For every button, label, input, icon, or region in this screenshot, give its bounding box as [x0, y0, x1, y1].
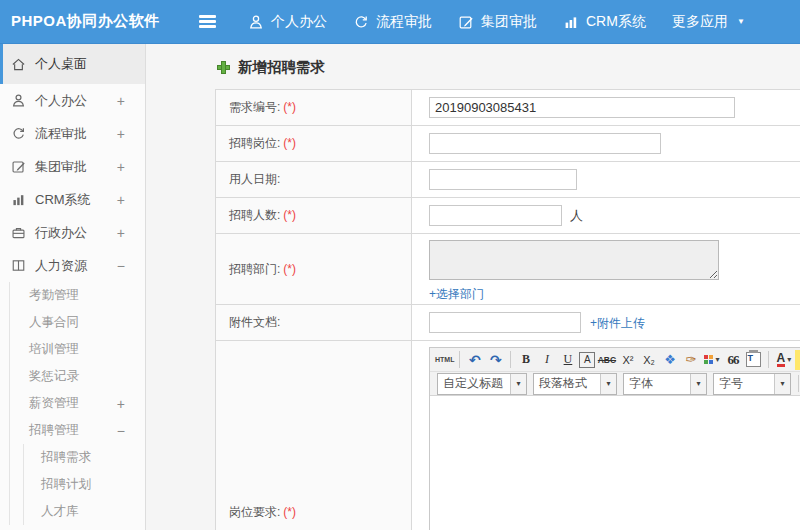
sidebar-item-group-approval[interactable]: 集团审批 +: [0, 150, 145, 183]
bar-chart-icon: [11, 192, 26, 207]
strikethrough-button[interactable]: ABC: [597, 350, 616, 370]
flow-icon: [353, 14, 369, 30]
redo-button[interactable]: ↷: [486, 350, 505, 370]
topnav-item-more-apps[interactable]: 更多应用 ▼: [672, 13, 745, 31]
superscript-button[interactable]: X²: [618, 350, 637, 370]
caret-down-icon: ▾: [600, 374, 616, 394]
font-name-button[interactable]: A: [579, 352, 595, 368]
source-code-button[interactable]: HTML: [435, 350, 454, 370]
flow-icon: [11, 126, 26, 141]
sidebar-item-process-approval[interactable]: 流程审批 +: [0, 117, 145, 150]
sidebar-item-label: 培训管理: [29, 341, 79, 358]
edit-icon: [11, 159, 26, 174]
table-row: 需求编号:(*): [216, 90, 800, 126]
custom-title-dropdown[interactable]: 自定义标题 ▾: [437, 373, 527, 395]
sidebar-item-label: 个人办公: [35, 92, 87, 110]
menu-icon[interactable]: [199, 15, 216, 28]
unit-suffix: 人: [570, 208, 583, 223]
sidebar-item-label: 招聘计划: [41, 476, 91, 493]
caret-down-icon: ▾: [715, 355, 719, 364]
format-brush-button[interactable]: ✑: [681, 350, 700, 370]
expand-icon: +: [117, 93, 125, 109]
sidebar-item-salary-mgmt[interactable]: 薪资管理 +: [10, 390, 145, 417]
person-icon: [11, 93, 26, 108]
topnav-item-personal-office[interactable]: 个人办公: [248, 13, 327, 31]
book-icon: [11, 258, 26, 273]
sidebar-hr-submenu: 考勤管理 人事合同 培训管理 奖惩记录 薪资管理 + 招聘管理 − 招聘需求: [9, 282, 145, 525]
paragraph-format-dropdown[interactable]: 段落格式 ▾: [533, 373, 617, 395]
undo-button[interactable]: ↶: [465, 350, 484, 370]
required-mark: (*): [283, 136, 296, 150]
sidebar-item-label: 行政办公: [35, 224, 87, 242]
sidebar-item-recruit-mgmt[interactable]: 招聘管理 −: [10, 417, 145, 444]
topnav-item-crm-system[interactable]: CRM系统: [563, 13, 646, 31]
sidebar-item-crm-system[interactable]: CRM系统 +: [0, 183, 145, 216]
sidebar-item-label: 人事合同: [29, 314, 79, 331]
attachment-input[interactable]: [429, 312, 581, 333]
sidebar-item-human-resources[interactable]: 人力资源 −: [0, 249, 145, 282]
demand-number-input[interactable]: [429, 97, 735, 118]
underline-button[interactable]: U: [558, 350, 577, 370]
font-size-dropdown[interactable]: 字号 ▾: [713, 373, 791, 395]
sidebar-item-admin-office[interactable]: 行政办公 +: [0, 216, 145, 249]
page-title-text: 新增招聘需求: [238, 58, 325, 77]
toolbar-divider: [459, 351, 460, 368]
field-label: 附件文档:: [229, 315, 280, 329]
emoticons-icon: [704, 355, 713, 364]
sidebar-item-label: 人力资源: [35, 257, 87, 275]
field-label: 岗位要求:: [229, 505, 280, 519]
expand-icon: +: [117, 192, 125, 208]
required-mark: (*): [283, 100, 296, 114]
caret-down-icon: ▾: [510, 374, 526, 394]
sidebar-item-reward-punishment[interactable]: 奖惩记录: [10, 363, 145, 390]
bold-button[interactable]: B: [516, 350, 535, 370]
italic-button[interactable]: I: [537, 350, 556, 370]
required-mark: (*): [283, 505, 296, 519]
bar-chart-icon: [563, 14, 579, 30]
paste-text-button[interactable]: T: [744, 350, 763, 370]
top-navigation: 个人办公 流程审批 集团审批 CRM系统 更多应用: [248, 13, 771, 31]
editor-content-area[interactable]: [430, 396, 800, 530]
caret-down-icon: ▾: [690, 374, 706, 394]
recruit-count-input[interactable]: [429, 205, 562, 226]
remove-format-button[interactable]: ❖: [660, 350, 679, 370]
app-logo: PHPOA协同办公软件: [0, 12, 199, 31]
attachment-upload-link[interactable]: +附件上传: [590, 316, 645, 330]
highlight-color-button[interactable]: a: [795, 350, 800, 370]
topnav-item-process-approval[interactable]: 流程审批: [353, 13, 432, 31]
sidebar-item-label: CRM系统: [35, 191, 91, 209]
field-label: 用人日期:: [229, 172, 280, 186]
sidebar-item-attendance-mgmt[interactable]: 考勤管理: [10, 282, 145, 309]
topnav-item-group-approval[interactable]: 集团审批: [458, 13, 537, 31]
sidebar-item-label: 考勤管理: [29, 287, 79, 304]
sidebar-item-personnel-contract[interactable]: 人事合同: [10, 309, 145, 336]
sidebar-item-training-mgmt[interactable]: 培训管理: [10, 336, 145, 363]
collapse-icon: −: [117, 258, 125, 274]
recruit-department-textarea[interactable]: [429, 240, 719, 280]
sidebar-item-personal-office[interactable]: 个人办公 +: [0, 84, 145, 117]
rich-text-editor: HTML ↶ ↷ B I U A ABC X² X₂ ❖: [429, 347, 800, 530]
expand-icon: +: [117, 225, 125, 241]
toolbar-divider: [798, 375, 799, 392]
field-label: 需求编号:: [229, 100, 280, 114]
sidebar-item-personal-desktop[interactable]: 个人桌面: [0, 44, 145, 84]
blockquote-button[interactable]: 66: [723, 350, 742, 370]
employment-date-input[interactable]: [429, 169, 577, 190]
subscript-button[interactable]: X₂: [639, 350, 658, 370]
table-row: 附件文档: +附件上传: [216, 305, 800, 341]
field-label: 招聘岗位:: [229, 136, 280, 150]
select-department-link[interactable]: +选择部门: [429, 286, 800, 303]
recruit-position-input[interactable]: [429, 133, 661, 154]
page-title: 新增招聘需求: [147, 44, 800, 89]
field-label: 招聘人数:: [229, 208, 280, 222]
sidebar-item-recruit-demand[interactable]: 招聘需求: [24, 444, 145, 471]
topnav-label: 集团审批: [481, 13, 537, 31]
emoticons-button[interactable]: ▾: [702, 350, 721, 370]
edit-icon: [458, 14, 474, 30]
font-family-dropdown[interactable]: 字体 ▾: [623, 373, 707, 395]
sidebar-item-talent-pool[interactable]: 人才库: [24, 498, 145, 525]
sidebar-item-label: 招聘管理: [29, 422, 79, 439]
recruit-demand-form: 需求编号:(*) 招聘岗位:(*) 用人日期: 招聘人数:(*) 人 招聘部门:…: [215, 89, 800, 530]
font-color-button[interactable]: A ▾: [774, 350, 793, 370]
sidebar-item-recruit-plan[interactable]: 招聘计划: [24, 471, 145, 498]
